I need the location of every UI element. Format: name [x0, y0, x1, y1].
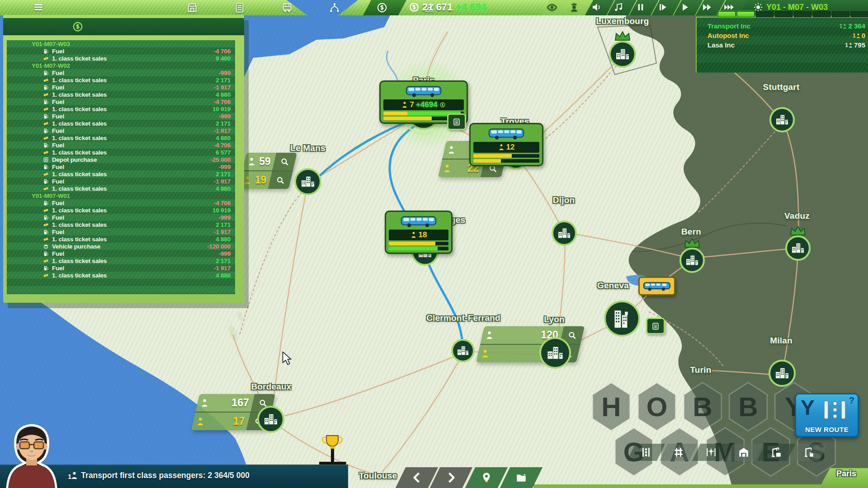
- first-class-passenger-icon: 1: [853, 33, 861, 38]
- ledger-entry: 1. class ticket sales4 880: [7, 272, 235, 279]
- bus-stops-icon: [640, 446, 652, 458]
- objective-text: Transport first class passengers: 2 364/…: [81, 471, 250, 480]
- ledger-section-header: Y01-M07-W02: [7, 62, 235, 69]
- fuel-icon: [43, 48, 50, 54]
- ledger-entry: 1. class ticket sales4 880: [7, 185, 235, 192]
- entry-label: Fuel: [52, 178, 64, 185]
- passenger-count: 12 364: [840, 22, 865, 30]
- entry-value: -999: [219, 164, 231, 170]
- control-sound-button[interactable]: [591, 2, 603, 14]
- leaderboard-row[interactable]: Transport Inc12 364: [697, 21, 868, 31]
- ledger-entry: 1. class ticket sales6 577: [7, 149, 235, 156]
- sun-icon: [753, 2, 763, 12]
- control-play-fast-button[interactable]: [702, 2, 713, 14]
- income-popup: +4694: [416, 100, 438, 109]
- fuel-icon: [43, 113, 50, 119]
- ledger-entry: 1. class ticket sales2 171: [7, 221, 235, 228]
- selected-depot-card-geneva[interactable]: [638, 277, 675, 296]
- crane-station-icon: [803, 446, 815, 458]
- entry-label: Fuel: [52, 200, 64, 206]
- toolbar-routes-button[interactable]: [329, 2, 340, 14]
- entry-label: Fuel: [52, 84, 64, 91]
- coin-icon: [409, 2, 419, 12]
- ledger-entry: Fuel-1 917: [7, 228, 235, 235]
- week-progress: [718, 11, 868, 17]
- entry-value: 9 400: [216, 55, 231, 62]
- toolbar-finances-button[interactable]: [376, 2, 388, 14]
- entry-label: Fuel: [52, 265, 64, 272]
- airport-icon: [705, 446, 717, 458]
- station-ledger-button-geneva[interactable]: [646, 318, 665, 334]
- entry-value: 2 171: [216, 77, 231, 84]
- advisor-avatar[interactable]: [3, 419, 61, 488]
- topbar-left: [0, 0, 307, 15]
- company-name: Autopost Inc: [708, 32, 749, 39]
- entry-value: 4 880: [216, 91, 231, 98]
- vehicle-stats: 18: [389, 230, 448, 240]
- leaderboard-row[interactable]: Autopost Inc10: [697, 31, 868, 40]
- fuel-icon: [43, 84, 50, 90]
- person-icon: [401, 102, 408, 108]
- ticket-icon: [43, 106, 50, 112]
- entry-label: Fuel: [52, 48, 64, 55]
- ticket-icon: [43, 272, 50, 278]
- depot-buy-icon: [43, 157, 50, 163]
- company-name: Transport Inc: [708, 22, 750, 30]
- entry-label: 1. class ticket sales: [52, 55, 107, 62]
- finances-panel-header: [3, 18, 244, 35]
- new-route-button[interactable]: Y ? NEW ROUTE: [795, 393, 859, 437]
- control-pause-button[interactable]: [635, 2, 647, 14]
- progress-bar: [389, 242, 448, 245]
- vehicle-stats: 7+4694: [383, 99, 464, 110]
- vehicle-card-bourges-bus[interactable]: 18: [385, 211, 453, 254]
- leaderboard-row[interactable]: Lasa Inc1795: [697, 40, 868, 50]
- entry-label: Fuel: [52, 214, 64, 221]
- toolbar-document-button[interactable]: [234, 2, 245, 14]
- depot-icon: [186, 2, 198, 14]
- fuel-icon: [43, 128, 50, 134]
- week-segment: [813, 11, 830, 17]
- control-play-button[interactable]: [679, 2, 691, 14]
- entry-value: -999: [219, 70, 231, 76]
- current-city-label: Paris: [836, 469, 856, 479]
- ledger-entry: Fuel-4 706: [7, 199, 235, 206]
- toolbar-bus-button[interactable]: [281, 2, 293, 14]
- entry-value: 2 171: [216, 171, 231, 178]
- entry-value: 6 577: [216, 149, 231, 156]
- entry-value: 4 880: [216, 272, 231, 279]
- entry-label: 1. class ticket sales: [52, 185, 107, 192]
- entry-label: Fuel: [52, 250, 64, 257]
- entry-label: Fuel: [52, 113, 64, 120]
- entry-value: -4 706: [214, 142, 231, 149]
- ledger-section-header: Y01-M07-W01: [7, 192, 235, 199]
- date-display: Y01 - M07 - W03: [753, 2, 828, 12]
- ledger-entry: Fuel-999: [7, 250, 235, 257]
- entry-value: 4 880: [216, 135, 231, 141]
- week-segment: [756, 11, 774, 17]
- week-segment: [737, 11, 755, 17]
- control-eye-button[interactable]: [547, 2, 558, 14]
- folder-icon: [515, 472, 527, 483]
- ticket-icon: [43, 171, 50, 177]
- entry-label: 1. class ticket sales: [52, 258, 107, 264]
- fuel-icon: [43, 99, 50, 105]
- menu-icon: [33, 2, 44, 14]
- control-music-button[interactable]: [613, 2, 625, 14]
- bus-illustration: [389, 214, 448, 230]
- ledger-entry: Fuel-1 917: [7, 178, 235, 185]
- entry-label: 1. class ticket sales: [52, 171, 107, 178]
- help-icon[interactable]: ?: [849, 395, 854, 406]
- entry-value: -1 917: [214, 84, 231, 91]
- vehicle-card-troyes-bus[interactable]: 12: [469, 123, 543, 166]
- week-segment: [718, 11, 736, 17]
- routes-icon: [329, 2, 340, 14]
- station-ledger-button-paris[interactable]: [447, 113, 466, 130]
- ledger-entry: Vehicle purchase-120 000: [7, 243, 235, 250]
- first-class-passenger-icon: 1: [68, 472, 77, 479]
- control-competitors-button[interactable]: [569, 2, 580, 14]
- control-play-slow-button[interactable]: [657, 2, 669, 14]
- week-segment: [775, 11, 793, 17]
- ticket-icon: [43, 92, 50, 98]
- toolbar-depot-button[interactable]: [186, 2, 198, 14]
- toolbar-menu-button[interactable]: [33, 2, 44, 14]
